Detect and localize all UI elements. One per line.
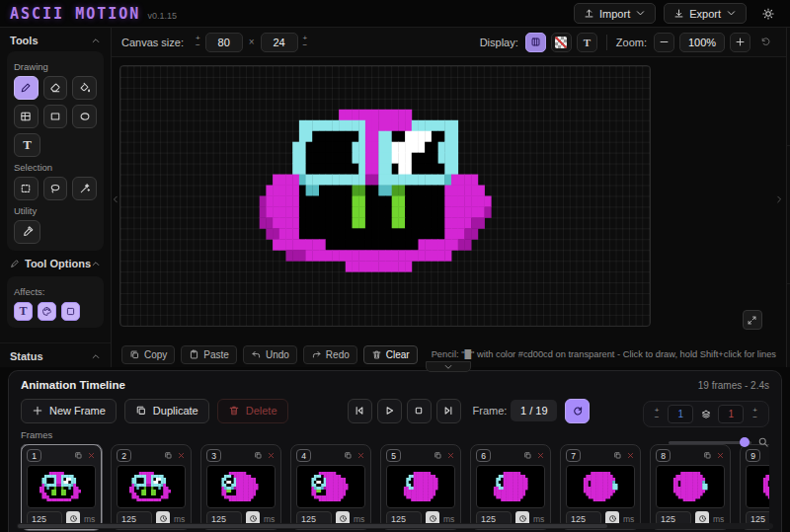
frame-number-badge: 8 xyxy=(656,449,671,462)
clear-button[interactable]: Clear xyxy=(363,345,418,364)
loop-toggle-button[interactable] xyxy=(565,399,590,423)
frame-thumbnail[interactable] xyxy=(117,465,186,508)
new-frame-button[interactable]: New Frame xyxy=(21,399,117,423)
onion-prev-stepper[interactable]: +− xyxy=(655,408,660,420)
frame-card-4[interactable]: 4 125 ms xyxy=(290,444,371,530)
onion-prev-input[interactable]: 1 xyxy=(668,405,693,423)
eyedropper-tool-button[interactable] xyxy=(14,220,40,244)
collapse-left-panel-handle[interactable] xyxy=(111,187,120,212)
delete-frame-button[interactable]: Delete xyxy=(217,399,288,423)
onion-next-input[interactable]: 1 xyxy=(718,405,744,423)
frame-card-7[interactable]: 7 125 ms xyxy=(560,444,641,530)
frame-thumbnail[interactable] xyxy=(656,465,725,508)
zoom-value[interactable]: 100% xyxy=(679,33,725,52)
tools-section-header[interactable]: Tools xyxy=(0,28,111,51)
slider-knob[interactable] xyxy=(740,437,750,447)
onion-next-stepper[interactable]: +− xyxy=(752,408,757,420)
plus-icon xyxy=(32,405,43,417)
delete-label: Delete xyxy=(246,405,277,417)
copy-button[interactable]: Copy xyxy=(121,345,175,364)
frame-size-slider[interactable] xyxy=(669,441,751,444)
ellipse-tool-button[interactable] xyxy=(72,105,97,128)
duplicate-frame-icon[interactable] xyxy=(523,451,532,460)
frames-scrollbar-thumb[interactable] xyxy=(18,524,607,528)
delete-frame-icon[interactable] xyxy=(446,451,455,460)
export-button[interactable]: Export xyxy=(664,3,747,24)
affects-character-toggle[interactable]: T xyxy=(14,302,33,321)
rectangle-tool-button[interactable] xyxy=(43,105,68,128)
frame-thumbnail[interactable] xyxy=(386,465,455,508)
collapse-timeline-tab[interactable] xyxy=(426,361,471,372)
frame-card-8[interactable]: 8 125 ms xyxy=(650,444,731,530)
play-button[interactable] xyxy=(377,399,402,423)
duplicate-frame-button[interactable]: Duplicate xyxy=(124,399,209,423)
status-section-header[interactable]: Status xyxy=(0,342,111,367)
delete-frame-icon[interactable] xyxy=(536,451,545,460)
duplicate-frame-icon[interactable] xyxy=(344,451,353,460)
width-stepper[interactable]: +− xyxy=(196,36,200,48)
stop-button[interactable] xyxy=(407,399,432,423)
canvas-height-input[interactable]: 24 xyxy=(261,33,298,52)
text-display-toggle[interactable]: T xyxy=(577,33,597,52)
redo-button[interactable]: Redo xyxy=(303,345,357,364)
duplicate-frame-icon[interactable] xyxy=(254,451,263,460)
height-stepper[interactable]: +− xyxy=(303,36,308,48)
affects-background-toggle[interactable] xyxy=(61,302,80,321)
fill-tool-button[interactable] xyxy=(72,76,97,100)
chevron-up-icon xyxy=(91,351,101,361)
delete-frame-icon[interactable] xyxy=(626,451,635,460)
frame-thumbnail[interactable] xyxy=(476,465,545,508)
export-label: Export xyxy=(689,8,721,20)
delete-frame-icon[interactable] xyxy=(87,451,96,460)
frame-card-5[interactable]: 5 125 ms xyxy=(380,444,461,530)
duplicate-frame-icon[interactable] xyxy=(703,451,712,460)
lasso-select-tool-button[interactable] xyxy=(43,177,68,200)
frames-scrollbar[interactable] xyxy=(17,523,773,529)
tool-options-section-header[interactable]: Tool Options xyxy=(0,251,111,274)
frame-card-1[interactable]: 1 125 ms xyxy=(21,444,102,530)
magic-wand-tool-button[interactable] xyxy=(72,177,97,200)
delete-frame-icon[interactable] xyxy=(267,451,276,460)
collapse-right-panel-handle[interactable] xyxy=(774,187,784,212)
frame-label: Frame: xyxy=(473,405,508,417)
theme-toggle-button[interactable] xyxy=(756,3,780,24)
frame-thumbnail[interactable] xyxy=(566,465,635,508)
gradient-tool-button[interactable] xyxy=(14,105,39,128)
delete-frame-icon[interactable] xyxy=(177,451,186,460)
frame-card-6[interactable]: 6 125 ms xyxy=(470,444,551,530)
frame-card-3[interactable]: 3 125 ms xyxy=(200,444,281,530)
zoom-in-button[interactable] xyxy=(730,33,750,52)
first-frame-button[interactable] xyxy=(348,399,372,423)
delete-frame-icon[interactable] xyxy=(356,451,365,460)
duplicate-frame-icon[interactable] xyxy=(74,451,83,460)
transparency-display-toggle[interactable] xyxy=(551,33,572,52)
zoom-reset-button[interactable] xyxy=(755,33,776,52)
expand-canvas-button[interactable] xyxy=(743,310,762,330)
duplicate-frame-icon[interactable] xyxy=(613,451,622,460)
marquee-select-tool-button[interactable] xyxy=(14,177,39,200)
duplicate-frame-icon[interactable] xyxy=(164,451,173,460)
paste-button[interactable]: Paste xyxy=(181,345,237,364)
text-tool-button[interactable]: T xyxy=(14,133,40,157)
drawing-canvas[interactable] xyxy=(119,65,651,327)
last-frame-button[interactable] xyxy=(436,399,461,423)
duplicate-frame-icon[interactable] xyxy=(434,451,442,460)
canvas-width-input[interactable]: 80 xyxy=(205,33,243,52)
frame-thumbnail[interactable] xyxy=(746,465,769,508)
delete-frame-icon[interactable] xyxy=(716,451,725,460)
frame-card-9[interactable]: 9 125 ms xyxy=(740,444,769,530)
grid-display-toggle[interactable] xyxy=(525,33,546,52)
frame-thumbnail[interactable] xyxy=(296,465,365,508)
frame-thumbnail[interactable] xyxy=(206,465,276,508)
affects-color-toggle[interactable] xyxy=(38,302,56,321)
layers-icon xyxy=(701,410,711,419)
frame-thumbnail[interactable] xyxy=(27,465,96,508)
tools-card: Drawing T Selection Utility xyxy=(7,51,104,251)
undo-button[interactable]: Undo xyxy=(243,345,297,364)
pencil-tool-button[interactable] xyxy=(14,76,39,100)
zoom-out-button[interactable] xyxy=(654,33,674,52)
onion-skin-toggle-button[interactable] xyxy=(697,406,714,422)
frame-card-2[interactable]: 2 125 ms xyxy=(111,444,192,530)
eraser-tool-button[interactable] xyxy=(43,76,68,100)
import-button[interactable]: Import xyxy=(574,3,656,24)
